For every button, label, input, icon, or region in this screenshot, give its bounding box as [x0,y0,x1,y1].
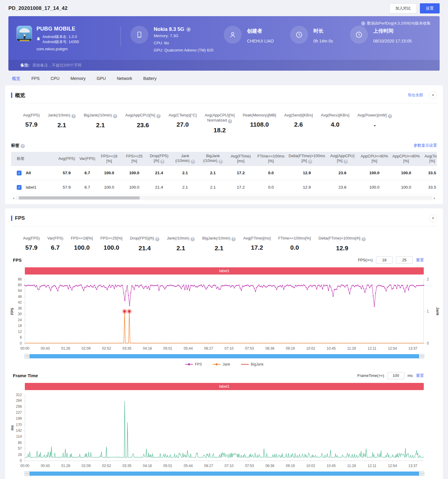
fps-chart-plot[interactable]: 0612182430364248546066012FPSJank [25,279,424,343]
metric-value: 6.7 [47,244,63,251]
frametime-reset-link[interactable]: 重置 [416,373,424,378]
metric-label: Avg(FPS) [23,236,40,241]
range-handle-right[interactable] [419,354,424,359]
x-tick-label: 07:53 [245,346,254,351]
upload-label: 上传时间 [373,28,412,34]
labels-table: 标签Avg(FPS)Var(FPS)FPS>=18[%]FPS>=25[%]Dr… [11,152,437,195]
collapse-fps-button[interactable]: ▼ [429,214,437,222]
fps-filter-label: FPS(>=) [358,258,373,262]
value-cell: 100.0 [122,180,147,195]
metric-value: 100.0 [71,244,93,251]
duration-value: 0h 14m 0s [313,39,333,43]
fps-x-axis-labels: 00:0000:4301:2602:0902:5203:3504:1805:01… [25,346,424,352]
column-header-drop-fps: Drop(FPS)[/h]? [147,152,171,166]
scroll-track[interactable] [16,196,432,200]
app-icon [16,26,32,41]
value-cell: 2.1 [199,166,227,180]
frametime-y-tick: 85 [18,441,22,445]
app-package: com.rekoo.pubgm [36,47,79,51]
checkbox-label1[interactable]: ✓ [17,185,22,190]
metric-fps-25: FPS>=25[%]100.0 [100,236,123,252]
help-icon[interactable]: ? [191,237,195,241]
checkbox-all[interactable]: ✓ [17,171,22,175]
frametime-threshold-input[interactable] [388,372,404,379]
metric-peak-memory-mb: Peak(Memory)[MB]1108.0 [243,113,276,134]
scroll-right-arrow[interactable]: ▸ [432,196,437,200]
legend-item-fps[interactable]: FPS [185,362,202,366]
range-handle-left[interactable] [24,471,30,476]
section-tabs: 概览FPSCPUMemoryGPUNetworkBattery [0,71,448,85]
settings-button[interactable]: 设置 [420,3,440,13]
tab-gpu[interactable]: GPU [97,76,106,81]
fps-y-tick: 30 [18,312,22,316]
tab-fps[interactable]: FPS [31,76,39,81]
help-icon[interactable]: ? [113,114,117,118]
help-icon[interactable]: ? [21,144,25,148]
note-input[interactable]: 添加备注，不超过200个字符 [32,63,82,68]
creator-info: 创建者 CHEHUI LIAO [247,26,274,44]
legend-item-bigjank[interactable]: BigJank [241,362,264,366]
range-handle-left[interactable] [24,354,30,359]
x-tick-label: 05:44 [184,464,193,468]
top-actions: 加入对比 设置 [389,3,440,13]
tab-battery[interactable]: Battery [143,76,156,81]
section-divider [11,103,437,103]
metric-avg-power-mw: Avg(Power)[mW]?- [357,113,392,134]
metric-value: 17.2 [243,244,271,251]
value-cell: 6.7 [78,166,97,180]
device-info-icon[interactable]: i [186,27,191,32]
frametime-chart-plot[interactable]: 0285785114142170199227256284312ms [25,395,424,461]
x-tick-label: 04:18 [143,346,152,351]
metric-label: BigJank(/10min)? [202,236,236,241]
legend-item-jank[interactable]: Jank [213,362,230,366]
help-icon[interactable]: ? [160,160,164,164]
fps-reset-link[interactable]: 重置 [416,257,424,263]
help-icon[interactable]: ? [362,237,366,241]
help-icon[interactable]: ? [228,119,232,123]
column-header-avg-ftime: Avg(FTime)[ms] [227,152,255,166]
metric-label: Avg(AppCPU)[%]Normalized? [205,113,234,123]
note-label: 备注: [20,63,29,68]
x-tick-label: 13:37 [408,346,417,351]
frametime-y-tick: 114 [16,434,22,439]
help-icon[interactable]: ? [219,160,223,164]
tab-network[interactable]: Network [117,76,132,81]
scroll-thumb[interactable] [19,196,140,199]
frametime-unit: ms [408,373,413,378]
collapse-overview-button[interactable]: ▼ [429,91,437,99]
help-icon[interactable]: ? [231,237,236,241]
fps-threshold-input-1[interactable] [376,257,393,264]
fps-range-scrollbar[interactable] [25,354,424,358]
metric-label: Avg(FTime)[ms] [243,236,271,241]
frametime-range-scrollbar[interactable] [25,472,424,476]
help-icon[interactable]: ? [388,114,392,118]
column-header-jank: Jank(/10min)? [171,152,199,166]
add-to-compare-button[interactable]: 加入对比 [389,3,417,13]
help-icon[interactable]: ? [191,160,195,164]
fps-y-tick: 66 [18,277,22,281]
duration-label: 时长 [313,28,333,34]
fps-section-title: FPS [15,215,25,221]
range-handle-right[interactable] [419,471,424,476]
column-header-fps-25: FPS>=25[%] [122,152,147,166]
metric-label: Avg(Recv)[KB/s] [321,113,349,118]
help-icon[interactable]: ? [344,160,348,164]
metric-value: 0.0 [278,244,311,251]
tab-cpu[interactable]: CPU [51,76,60,81]
fps-threshold-input-2[interactable] [396,257,413,264]
help-icon[interactable]: ? [155,237,159,241]
x-tick-label: 07:10 [225,346,234,351]
export-all-link[interactable]: 导出全部 [408,93,423,98]
x-tick-label: 01:26 [61,346,70,351]
help-icon[interactable]: ? [156,114,161,118]
tab-memory[interactable]: Memory [71,76,86,81]
help-icon[interactable]: ? [308,160,312,164]
metric-value: 2.1 [48,122,76,129]
table-row-all: ✓All57.96.7100.0100.021.42.12.117.20.012… [11,166,437,180]
fps-card: FPS ▼ Avg(FPS)57.9Var(FPS)6.7FPS>=18[%]1… [5,208,443,479]
android-version-name: Android版本名: 1.0.0 [42,34,79,40]
help-icon[interactable]: ? [71,114,76,118]
scroll-left-arrow[interactable]: ◂ [11,196,16,200]
param-display-settings-link[interactable]: 参数显示设置 [414,143,437,148]
tab-[interactable]: 概览 [12,76,20,81]
